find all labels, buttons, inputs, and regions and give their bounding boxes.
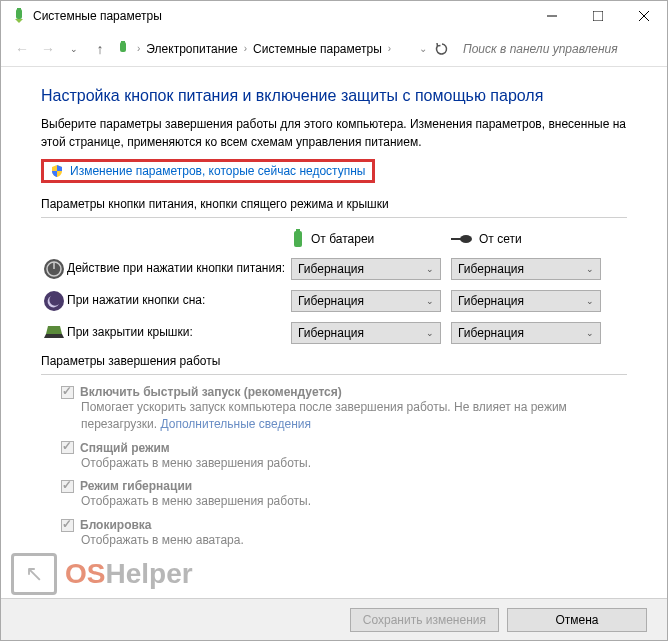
breadcrumb-item[interactable]: Системные параметры	[253, 42, 382, 56]
cursor-icon: ↖	[11, 553, 57, 595]
page-description: Выберите параметры завершения работы для…	[41, 115, 627, 151]
svg-point-15	[44, 291, 64, 311]
forward-button[interactable]: →	[37, 38, 59, 60]
chevron-down-icon: ⌄	[426, 264, 434, 274]
lid-close-row: При закрытии крышки: Гибернация⌄ Гиберна…	[41, 322, 627, 344]
maximize-button[interactable]	[575, 1, 621, 31]
shutdown-options: Включить быстрый запуск (рекомендуется) …	[41, 385, 627, 549]
svg-rect-9	[296, 229, 300, 231]
svg-rect-7	[121, 41, 125, 43]
ac-column: От сети	[451, 232, 611, 246]
breadcrumb-item[interactable]: Электропитание	[146, 42, 237, 56]
cancel-button[interactable]: Отмена	[507, 608, 647, 632]
battery-column-label: От батареи	[311, 232, 374, 246]
divider	[41, 217, 627, 218]
shield-icon	[50, 164, 64, 178]
hibernate-checkbox	[61, 480, 74, 493]
power-icon	[41, 258, 67, 280]
section-power-buttons-label: Параметры кнопки питания, кнопки спящего…	[41, 197, 627, 211]
ac-column-label: От сети	[479, 232, 522, 246]
sleep-button-ac-dropdown[interactable]: Гибернация⌄	[451, 290, 601, 312]
power-button-row: Действие при нажатии кнопки питания: Гиб…	[41, 258, 627, 280]
refresh-button[interactable]	[431, 38, 453, 60]
sleep-option: Спящий режим Отображать в меню завершени…	[61, 441, 627, 472]
power-button-battery-dropdown[interactable]: Гибернация⌄	[291, 258, 441, 280]
fast-startup-option: Включить быстрый запуск (рекомендуется) …	[61, 385, 627, 433]
sleep-button-battery-dropdown[interactable]: Гибернация⌄	[291, 290, 441, 312]
search-input[interactable]	[457, 37, 657, 61]
columns-header: От батареи От сети	[41, 228, 627, 250]
divider	[41, 374, 627, 375]
laptop-icon	[41, 324, 67, 342]
window-title: Системные параметры	[33, 9, 529, 23]
chevron-down-icon: ⌄	[586, 296, 594, 306]
power-button-label: Действие при нажатии кнопки питания:	[67, 261, 291, 277]
lid-close-battery-dropdown[interactable]: Гибернация⌄	[291, 322, 441, 344]
up-button[interactable]: ↑	[89, 38, 111, 60]
page-title: Настройка кнопок питания и включение защ…	[41, 87, 627, 105]
lid-close-ac-dropdown[interactable]: Гибернация⌄	[451, 322, 601, 344]
close-button[interactable]	[621, 1, 667, 31]
lock-checkbox	[61, 519, 74, 532]
lock-option: Блокировка Отображать в меню аватара.	[61, 518, 627, 549]
chevron-right-icon: ›	[244, 43, 247, 54]
recent-locations-button[interactable]: ⌄	[63, 38, 85, 60]
svg-rect-8	[294, 231, 302, 247]
battery-column: От батареи	[291, 228, 451, 250]
chevron-down-icon: ⌄	[586, 328, 594, 338]
navigation-bar: ← → ⌄ ↑ › Электропитание › Системные пар…	[1, 31, 667, 67]
chevron-right-icon: ›	[388, 43, 391, 54]
chevron-down-icon[interactable]: ⌄	[419, 43, 427, 54]
watermark-logo: ↖ OSHelper	[11, 553, 193, 595]
minimize-button[interactable]	[529, 1, 575, 31]
svg-rect-6	[120, 42, 126, 52]
svg-rect-1	[17, 8, 21, 10]
back-button[interactable]: ←	[11, 38, 33, 60]
window-titlebar: Системные параметры	[1, 1, 667, 31]
chevron-down-icon: ⌄	[586, 264, 594, 274]
lid-close-label: При закрытии крышки:	[67, 325, 291, 341]
power-options-icon	[11, 8, 27, 24]
battery-icon	[291, 228, 305, 250]
section-shutdown-label: Параметры завершения работы	[41, 354, 627, 368]
fast-startup-checkbox	[61, 386, 74, 399]
main-content: Настройка кнопок питания и включение защ…	[1, 67, 667, 577]
svg-point-10	[460, 235, 472, 243]
sleep-button-row: При нажатии кнопки сна: Гибернация⌄ Гибе…	[41, 290, 627, 312]
more-info-link[interactable]: Дополнительные сведения	[160, 417, 310, 431]
moon-icon	[41, 290, 67, 312]
svg-rect-3	[593, 11, 603, 21]
sleep-button-label: При нажатии кнопки сна:	[67, 293, 291, 309]
power-button-ac-dropdown[interactable]: Гибернация⌄	[451, 258, 601, 280]
change-settings-link-highlighted: Изменение параметров, которые сейчас нед…	[41, 159, 375, 183]
plug-icon	[451, 232, 473, 246]
hibernate-option: Режим гибернации Отображать в меню завер…	[61, 479, 627, 510]
chevron-down-icon: ⌄	[426, 328, 434, 338]
power-options-icon	[115, 41, 131, 57]
chevron-down-icon: ⌄	[426, 296, 434, 306]
change-unavailable-settings-link[interactable]: Изменение параметров, которые сейчас нед…	[70, 164, 366, 178]
save-button[interactable]: Сохранить изменения	[350, 608, 499, 632]
svg-rect-0	[16, 9, 22, 19]
chevron-right-icon: ›	[137, 43, 140, 54]
footer: Сохранить изменения Отмена	[1, 598, 667, 640]
sleep-checkbox	[61, 441, 74, 454]
breadcrumb[interactable]: › Электропитание › Системные параметры ›…	[115, 41, 427, 57]
